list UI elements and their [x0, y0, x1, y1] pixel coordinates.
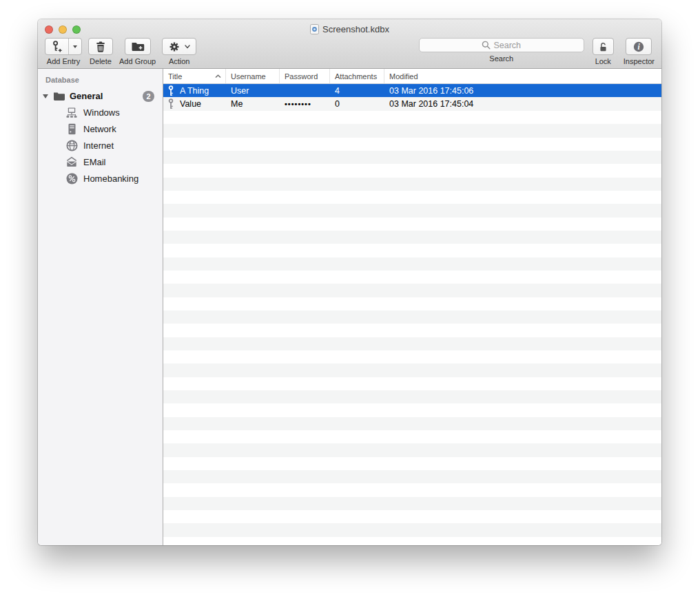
add-entry-label: Add Entry: [47, 57, 80, 65]
add-entry-dropdown[interactable]: [68, 39, 81, 54]
add-group-button[interactable]: [125, 38, 151, 55]
column-header-username[interactable]: Username: [226, 69, 280, 83]
search-item: Search Search: [419, 38, 584, 63]
key-icon: [167, 85, 174, 96]
action-button[interactable]: [162, 38, 196, 55]
sidebar-item-label: EMail: [83, 157, 106, 167]
column-header-title[interactable]: Title: [163, 69, 226, 83]
title-cell: Value: [163, 98, 226, 109]
sidebar-item-homebanking[interactable]: Homebanking: [38, 170, 163, 187]
password-cell: ••••••••: [280, 100, 330, 108]
inspector-item: i Inspector: [624, 38, 655, 65]
table-header: Title Username Password Attachments Modi…: [163, 69, 661, 84]
action-item: Action: [162, 38, 196, 65]
delete-button[interactable]: [88, 38, 113, 55]
globe-icon: [65, 140, 78, 151]
chevron-down-icon: [185, 45, 190, 49]
inspector-button[interactable]: i: [626, 38, 652, 55]
table-row[interactable]: A Thing User 4 03 Mar 2016 17:45:06: [163, 84, 661, 97]
add-group-item: Add Group: [119, 38, 156, 65]
disclosure-triangle-icon[interactable]: [43, 94, 48, 98]
attachments-cell: 4: [330, 86, 384, 96]
username-cell: User: [226, 86, 280, 96]
sidebar-item-label: General: [70, 91, 103, 101]
entry-table: Title Username Password Attachments Modi…: [163, 69, 661, 545]
lock-button[interactable]: [593, 38, 614, 55]
empty-rows-stripes: [163, 111, 661, 545]
title-cell: A Thing: [163, 85, 226, 96]
info-icon: i: [632, 40, 646, 54]
modified-cell: 03 Mar 2016 17:45:06: [384, 86, 661, 96]
gear-icon: [168, 41, 181, 53]
percent-icon: [65, 173, 78, 184]
folder-plus-icon: [131, 41, 145, 52]
column-header-modified[interactable]: Modified: [384, 69, 661, 83]
lock-label: Lock: [595, 57, 611, 65]
envelope-icon: [65, 156, 78, 167]
sidebar-item-label: Network: [83, 124, 116, 134]
sidebar-item-network[interactable]: Network: [38, 120, 163, 137]
sidebar-item-email[interactable]: EMail: [38, 154, 163, 170]
search-input[interactable]: Search: [419, 38, 584, 52]
username-cell: Me: [226, 99, 280, 109]
table-row[interactable]: Value Me •••••••• 0 03 Mar 2016 17:45:04: [163, 97, 661, 110]
entry-count-badge: 2: [143, 91, 154, 102]
toolbar: Add Entry: [45, 38, 655, 65]
titlebar: Screenshot.kdbx: [38, 24, 661, 34]
attachments-cell: 0: [330, 99, 384, 109]
column-label: Attachments: [335, 72, 377, 81]
server-icon: [65, 123, 78, 135]
trash-icon: [94, 41, 107, 53]
main-area: Database General 2: [38, 69, 661, 545]
column-label: Password: [285, 72, 318, 81]
action-label: Action: [169, 57, 190, 65]
add-entry-button[interactable]: [45, 38, 82, 55]
sidebar-item-general[interactable]: General 2: [38, 88, 163, 104]
lock-item: Lock: [593, 38, 614, 65]
column-label: Username: [231, 72, 266, 81]
add-group-label: Add Group: [119, 57, 156, 65]
delete-item: Delete: [88, 38, 113, 65]
key-icon: [167, 98, 174, 109]
padlock-open-icon: [599, 41, 608, 53]
sort-ascending-icon: [215, 74, 221, 78]
column-header-password[interactable]: Password: [280, 69, 330, 83]
column-label: Title: [168, 72, 182, 81]
search-placeholder: Search: [493, 41, 521, 50]
key-plus-icon[interactable]: [45, 39, 68, 54]
window-header: Screenshot.kdbx: [38, 19, 661, 69]
search-icon: [482, 41, 491, 50]
sidebar-item-label: Homebanking: [83, 173, 138, 184]
column-header-attachments[interactable]: Attachments: [330, 69, 384, 83]
document-proxy-icon[interactable]: [310, 24, 319, 34]
entry-title: A Thing: [180, 86, 209, 96]
search-label: Search: [489, 54, 513, 63]
app-window: Screenshot.kdbx: [38, 19, 661, 545]
entry-title: Value: [180, 99, 201, 109]
sidebar-item-windows[interactable]: Windows: [38, 104, 163, 120]
sidebar: Database General 2: [38, 69, 163, 545]
dropdown-arrow-icon: [73, 45, 77, 48]
workgroup-icon: [65, 107, 78, 118]
add-entry-item: Add Entry: [45, 38, 82, 65]
modified-cell: 03 Mar 2016 17:45:04: [384, 99, 661, 109]
sidebar-item-label: Windows: [83, 107, 120, 118]
folder-icon: [53, 91, 65, 101]
column-label: Modified: [389, 72, 418, 81]
sidebar-section-header: Database: [38, 74, 163, 88]
sidebar-item-internet[interactable]: Internet: [38, 137, 163, 154]
inspector-label: Inspector: [624, 57, 655, 65]
sidebar-item-label: Internet: [83, 140, 114, 151]
window-title: Screenshot.kdbx: [322, 24, 389, 34]
delete-label: Delete: [90, 57, 112, 65]
